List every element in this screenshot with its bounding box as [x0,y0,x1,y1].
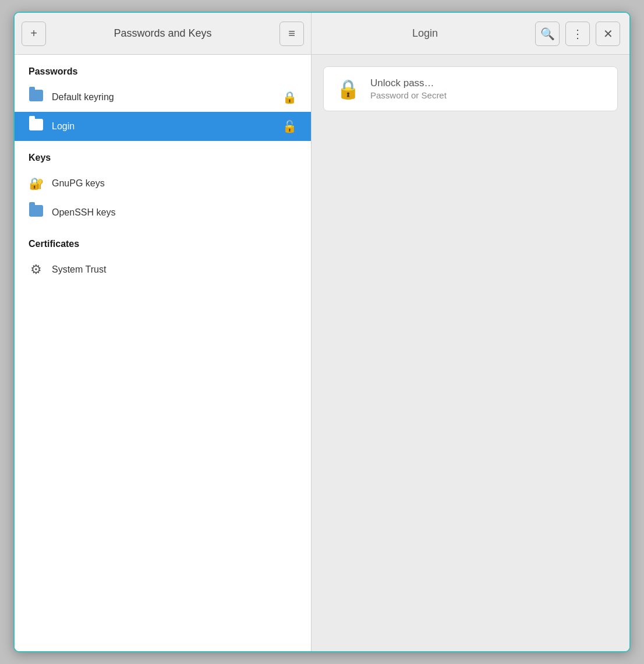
gear-icon: ⚙ [29,262,44,277]
sidebar-item-label: GnuPG keys [52,178,297,189]
more-options-button[interactable]: ⋮ [565,22,590,46]
sidebar-item-system-trust[interactable]: ⚙ System Trust [15,255,311,284]
close-button[interactable]: ✕ [596,22,620,46]
main-panel: 🔒 Unlock pass… Password or Secret [312,55,629,651]
unlock-secondary-text: Password or Secret [370,90,447,100]
gnupg-icon: 🔐 [29,176,44,191]
sidebar-item-label: Default keyring [52,92,274,103]
hamburger-menu-button[interactable]: ≡ [279,22,304,46]
section-title: Login [321,27,529,40]
search-button[interactable]: 🔍 [535,22,560,46]
sidebar-item-login[interactable]: Login 🔓 [15,112,311,141]
unlock-primary-text: Unlock pass… [370,77,447,89]
padlock-icon: 🔒 [337,78,360,100]
sidebar-item-openssh[interactable]: OpenSSH keys [15,198,311,227]
add-button[interactable]: + [22,22,46,46]
folder-icon [29,90,44,105]
titlebar-right: Login 🔍 ⋮ ✕ [312,13,629,54]
titlebar: + Passwords and Keys ≡ Login 🔍 ⋮ ✕ [15,13,629,55]
app-window: + Passwords and Keys ≡ Login 🔍 ⋮ ✕ Passw… [13,12,631,652]
sidebar-item-default-keyring[interactable]: Default keyring 🔒 [15,83,311,112]
sidebar-item-label: System Trust [52,264,297,275]
unlock-text-group: Unlock pass… Password or Secret [370,77,447,100]
app-title: Passwords and Keys [52,27,274,40]
passwords-section-header: Passwords [15,55,311,83]
titlebar-left: + Passwords and Keys ≡ [15,13,312,54]
content-area: Passwords Default keyring 🔒 Login 🔓 Keys [15,55,629,651]
unlock-card[interactable]: 🔒 Unlock pass… Password or Secret [323,66,618,111]
sidebar-item-label: Login [52,121,274,132]
folder-icon-ssh [29,205,44,220]
keys-section-header: Keys [15,141,311,169]
sidebar: Passwords Default keyring 🔒 Login 🔓 Keys [15,55,312,651]
sidebar-item-label: OpenSSH keys [52,207,297,218]
lock-icon-active: 🔓 [282,119,297,133]
lock-icon: 🔒 [282,90,297,104]
sidebar-item-gnupg[interactable]: 🔐 GnuPG keys [15,169,311,198]
certificates-section-header: Certificates [15,227,311,255]
folder-icon-active [29,119,44,134]
